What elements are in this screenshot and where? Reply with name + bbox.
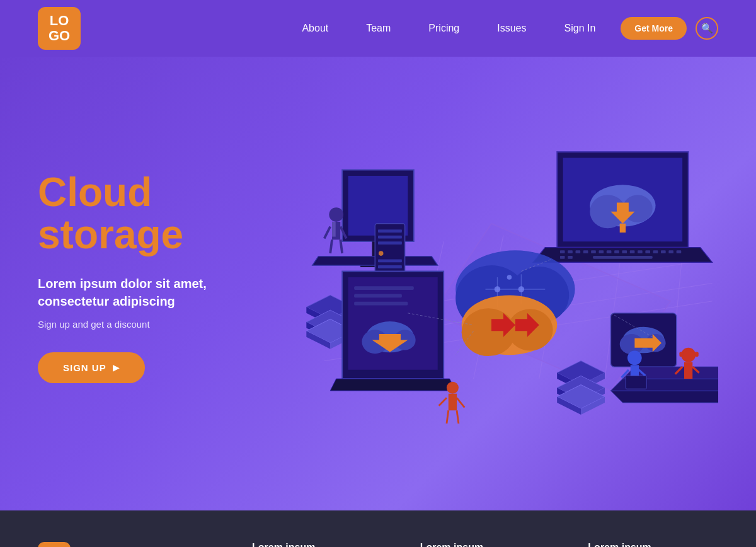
svg-point-89 xyxy=(518,286,524,292)
svg-rect-18 xyxy=(560,250,565,253)
signup-button[interactable]: SIGN UP xyxy=(38,352,145,383)
svg-rect-68 xyxy=(354,286,414,290)
svg-rect-22 xyxy=(591,250,596,253)
header: LOGO About Team Pricing Issues Sign In G… xyxy=(0,0,756,57)
nav-team[interactable]: Team xyxy=(366,23,391,34)
footer-col-2: Lorem ipsum Lorem ipsum dolor sit amet, … xyxy=(420,542,551,547)
svg-line-81 xyxy=(457,410,459,423)
search-button[interactable]: 🔍 xyxy=(696,17,718,40)
hero-text: Cloudstorage Lorem ipsum dolor sit amet,… xyxy=(38,171,252,383)
svg-rect-16 xyxy=(620,224,626,233)
svg-rect-70 xyxy=(354,302,408,306)
nav-about[interactable]: About xyxy=(302,23,328,34)
svg-marker-75 xyxy=(330,379,455,391)
svg-rect-117 xyxy=(626,376,646,389)
svg-rect-20 xyxy=(576,250,581,253)
svg-point-53 xyxy=(379,251,384,256)
footer-logo-row: LOGO lorem ipsum xyxy=(38,542,214,547)
svg-line-46 xyxy=(330,239,332,253)
navigation: About Team Pricing Issues Sign In xyxy=(302,23,595,34)
header-actions: Get More 🔍 xyxy=(621,17,718,40)
svg-rect-21 xyxy=(583,250,588,253)
svg-rect-77 xyxy=(449,394,457,411)
svg-point-41 xyxy=(329,207,343,222)
nav-issues[interactable]: Issues xyxy=(497,23,526,34)
svg-point-76 xyxy=(447,382,459,394)
svg-rect-43 xyxy=(332,222,336,237)
svg-line-80 xyxy=(447,410,449,423)
svg-rect-31 xyxy=(661,250,666,253)
svg-rect-25 xyxy=(614,250,619,253)
search-icon: 🔍 xyxy=(701,23,713,34)
svg-rect-50 xyxy=(378,229,402,233)
svg-rect-27 xyxy=(630,250,635,253)
svg-point-88 xyxy=(495,286,500,292)
footer: LOGO lorem ipsum Lorem ipsum dolor sit a… xyxy=(0,510,756,547)
svg-rect-69 xyxy=(354,294,402,298)
svg-rect-52 xyxy=(378,241,402,245)
svg-point-90 xyxy=(507,275,512,280)
svg-rect-23 xyxy=(599,250,604,253)
svg-rect-51 xyxy=(378,236,402,239)
footer-brand: LOGO lorem ipsum Lorem ipsum dolor sit a… xyxy=(38,542,214,547)
footer-col-1-title: Lorem ipsum xyxy=(252,542,382,547)
svg-marker-17 xyxy=(533,248,712,263)
svg-rect-28 xyxy=(638,250,643,253)
footer-col-2-title: Lorem ipsum xyxy=(420,542,551,547)
svg-rect-122 xyxy=(679,352,683,357)
footer-col-1: Lorem ipsum Lorem ipsum dolor sit amet, … xyxy=(252,542,382,547)
svg-rect-19 xyxy=(568,250,573,253)
svg-rect-123 xyxy=(695,352,699,357)
get-more-button[interactable]: Get More xyxy=(621,17,687,40)
svg-line-78 xyxy=(439,398,447,405)
svg-rect-54 xyxy=(378,260,402,263)
svg-point-113 xyxy=(627,351,642,366)
svg-rect-24 xyxy=(607,250,612,253)
svg-rect-35 xyxy=(568,256,573,259)
footer-col-3: Lorem ipsum Lorem ipsum dolor sit amet, … xyxy=(588,542,718,547)
footer-logo: LOGO xyxy=(38,542,71,547)
svg-line-44 xyxy=(324,226,330,238)
svg-rect-26 xyxy=(622,250,627,253)
svg-rect-29 xyxy=(645,250,650,253)
logo[interactable]: LOGO xyxy=(38,7,81,50)
svg-rect-34 xyxy=(560,256,565,259)
svg-rect-119 xyxy=(684,362,692,379)
svg-rect-30 xyxy=(653,250,658,253)
hero-sub: Sign up and get a discount xyxy=(38,319,252,330)
svg-rect-32 xyxy=(668,250,673,253)
nav-pricing[interactable]: Pricing xyxy=(428,23,459,34)
hero-illustration xyxy=(265,95,718,460)
svg-marker-110 xyxy=(610,391,718,403)
hero-description: Lorem ipsum dolor sit amet, consectetur … xyxy=(38,275,252,310)
svg-rect-33 xyxy=(677,250,682,253)
svg-rect-55 xyxy=(378,265,402,268)
hero-title: Cloudstorage xyxy=(38,171,252,256)
svg-line-79 xyxy=(457,398,464,407)
svg-rect-36 xyxy=(593,256,653,259)
hero-section: Cloudstorage Lorem ipsum dolor sit amet,… xyxy=(0,57,756,510)
footer-col-3-title: Lorem ipsum xyxy=(588,542,718,547)
nav-signin[interactable]: Sign In xyxy=(564,23,596,34)
